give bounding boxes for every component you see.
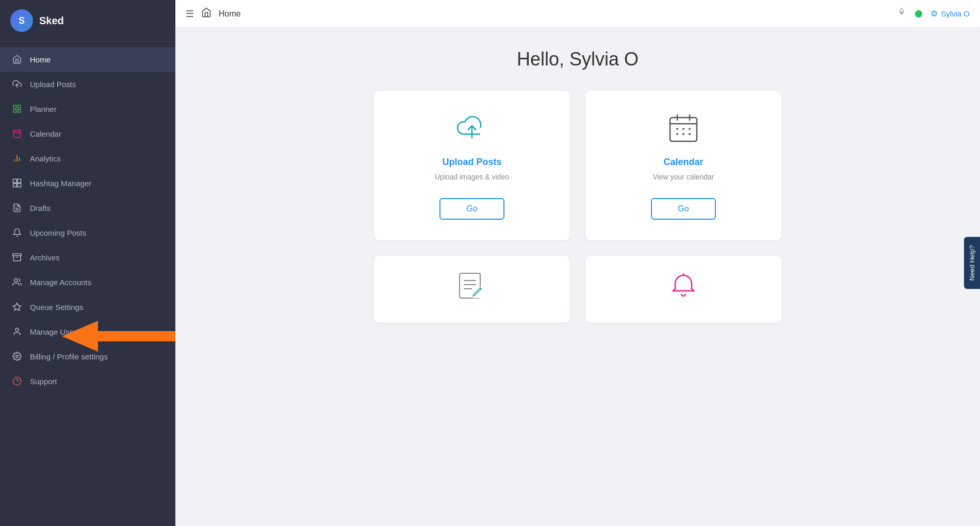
calendar-card-title: Calendar xyxy=(663,157,703,168)
status-dot xyxy=(915,10,922,18)
sidebar-item-label: Upload Posts xyxy=(30,80,164,89)
content-area: Hello, Sylvia O Upload Posts Upload imag… xyxy=(175,28,980,526)
sidebar-item-archives[interactable]: Archives xyxy=(0,245,175,270)
calendar-go-button[interactable]: Go xyxy=(651,198,715,220)
sidebar-item-label: Calendar xyxy=(30,129,164,138)
sidebar-logo[interactable]: S Sked xyxy=(0,0,175,42)
manage-accounts-icon xyxy=(11,276,23,288)
sidebar-item-queue-settings[interactable]: Queue Settings xyxy=(0,294,175,319)
svg-rect-2 xyxy=(18,105,21,108)
bell-card-icon xyxy=(669,271,698,302)
svg-rect-13 xyxy=(18,179,21,183)
header-right: ⚙ Sylvia O xyxy=(896,7,970,20)
header-title: Home xyxy=(219,9,241,19)
svg-marker-21 xyxy=(13,303,21,310)
queue-settings-icon xyxy=(11,301,23,313)
drafts-icon xyxy=(11,202,23,213)
drafts-card-icon xyxy=(458,271,486,302)
sidebar-item-hashtag-manager[interactable]: Hashtag Manager xyxy=(0,171,175,195)
logo-icon: S xyxy=(10,9,33,32)
calendar-card-icon xyxy=(667,111,700,146)
sidebar-item-billing[interactable]: Billing / Profile settings xyxy=(0,344,175,369)
menu-icon[interactable]: ☰ xyxy=(186,8,194,20)
sidebar-item-upcoming-posts[interactable]: Upcoming Posts xyxy=(0,220,175,245)
sidebar-item-planner[interactable]: Planner xyxy=(0,96,175,121)
svg-rect-14 xyxy=(13,184,17,187)
cards-row-2 xyxy=(206,256,949,323)
archives-icon xyxy=(11,252,23,263)
svg-point-22 xyxy=(15,328,19,331)
sidebar-item-manage-accounts[interactable]: Manage Accounts xyxy=(0,270,175,294)
sidebar-item-label: Manage Accounts xyxy=(30,278,164,287)
upload-posts-icon xyxy=(11,78,23,90)
sidebar-item-label: Billing / Profile settings xyxy=(30,352,164,361)
sidebar-item-label: Hashtag Manager xyxy=(30,179,164,188)
sidebar-item-label: Support xyxy=(30,377,164,386)
svg-rect-12 xyxy=(13,179,17,183)
sidebar-item-drafts[interactable]: Drafts xyxy=(0,195,175,220)
sidebar-nav: Home Upload Posts Planner Calendar Analy… xyxy=(0,42,175,526)
flame-icon[interactable] xyxy=(896,7,907,20)
home-icon xyxy=(11,54,23,65)
calendar-card: Calendar View your calendar Go xyxy=(585,91,781,240)
calendar-icon xyxy=(11,128,23,139)
sidebar-item-label: Upcoming Posts xyxy=(30,228,164,237)
svg-point-20 xyxy=(14,278,18,282)
sidebar-item-home[interactable]: Home xyxy=(0,47,175,72)
user-menu[interactable]: ⚙ Sylvia O xyxy=(930,9,970,19)
sidebar-item-label: Planner xyxy=(30,105,164,113)
upcoming-posts-icon xyxy=(11,227,23,238)
planner-icon xyxy=(11,103,23,114)
sidebar-item-support[interactable]: Support xyxy=(0,369,175,393)
notifications-card xyxy=(585,256,781,323)
analytics-icon xyxy=(11,153,23,164)
upload-posts-card-desc: Upload images & video xyxy=(435,172,509,183)
sidebar-item-upload-posts[interactable]: Upload Posts xyxy=(0,72,175,96)
sidebar-item-label: Drafts xyxy=(30,204,164,212)
sidebar-item-manage-users[interactable]: Manage Users xyxy=(0,319,175,344)
upload-cloud-icon xyxy=(455,111,488,146)
upload-posts-card-title: Upload Posts xyxy=(442,157,501,168)
upload-posts-go-button[interactable]: Go xyxy=(439,198,504,220)
drafts-card xyxy=(374,256,570,323)
sidebar-item-label: Archives xyxy=(30,253,164,262)
sidebar-item-label: Queue Settings xyxy=(30,303,164,311)
support-icon xyxy=(11,375,23,387)
page-greeting: Hello, Sylvia O xyxy=(206,48,949,70)
user-name: Sylvia O xyxy=(941,9,970,18)
logo-text: Sked xyxy=(39,15,64,27)
user-gear-icon: ⚙ xyxy=(930,9,938,19)
svg-rect-18 xyxy=(13,254,22,256)
sidebar: S Sked Home Upload Posts Planner Calend xyxy=(0,0,175,526)
sidebar-item-label: Analytics xyxy=(30,154,164,163)
sidebar-item-label: Home xyxy=(30,55,164,64)
billing-icon xyxy=(11,351,23,362)
manage-users-icon xyxy=(11,326,23,337)
hashtag-manager-icon xyxy=(11,177,23,189)
header-home-icon[interactable] xyxy=(201,7,211,20)
svg-rect-15 xyxy=(18,184,21,187)
main-content: ☰ Home ⚙ Sylvia O Hello, Sylvia O xyxy=(175,0,980,526)
calendar-card-desc: View your calendar xyxy=(653,172,714,183)
svg-rect-5 xyxy=(13,130,21,138)
need-help-button[interactable]: Need Help? xyxy=(964,237,980,289)
sidebar-item-calendar[interactable]: Calendar xyxy=(0,121,175,146)
svg-point-23 xyxy=(16,355,19,358)
svg-rect-4 xyxy=(13,110,16,112)
header: ☰ Home ⚙ Sylvia O xyxy=(175,0,980,28)
svg-rect-3 xyxy=(18,110,21,112)
upload-posts-card: Upload Posts Upload images & video Go xyxy=(374,91,570,240)
cards-row-1: Upload Posts Upload images & video Go xyxy=(206,91,949,240)
sidebar-item-analytics[interactable]: Analytics xyxy=(0,146,175,171)
svg-rect-1 xyxy=(13,105,16,108)
sidebar-item-label: Manage Users xyxy=(30,327,164,336)
